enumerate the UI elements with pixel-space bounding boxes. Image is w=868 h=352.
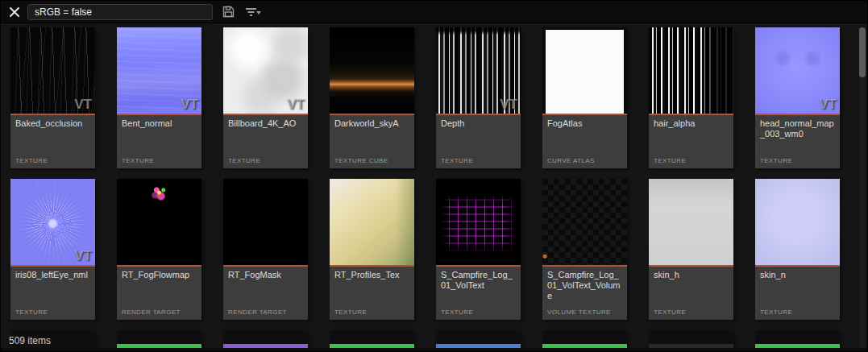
rt-profiles-thumbnail [330,179,414,265]
asset-type: TEXTURE [760,157,792,164]
filter-icon[interactable] [243,4,263,20]
asset-name: Bent_normal [117,115,201,129]
virtual-texture-badge: VT [287,97,305,113]
asset-name: Darkworld_skyA [330,115,414,129]
window-bottom-edge [1,348,867,351]
campfire-voltext-thumbnail [436,179,521,265]
asset-meta: RT_Profiles_TexTEXTURE [330,267,414,320]
iris-normal-thumbnail: VT [10,179,95,265]
virtual-texture-badge: VT [74,248,92,264]
asset-tile[interactable]: FogAtlasCURVE ATLAS [542,27,627,168]
baked-occlusion-thumbnail: VT [10,27,95,114]
asset-type: TEXTURE [15,157,48,164]
asset-meta: FogAtlasCURVE ATLAS [542,115,627,168]
darkworld-sky-thumbnail [330,27,414,114]
rt-fogmask-thumbnail [223,179,308,265]
asset-name: S_Campfire_Log_01_VolText_Volume [542,267,627,301]
asset-meta: S_Campfire_Log_01_VolTextTEXTURE [436,267,521,320]
asset-meta: iris08_leftEye_nmlTEXTURE [10,267,95,320]
asset-meta: Baked_occlusionTEXTURE [10,115,95,168]
asset-tile[interactable]: RT_Profiles_TexTEXTURE [330,179,414,320]
asset-meta: DepthTEXTURE [436,115,521,168]
asset-type: TEXTURE [654,309,686,316]
asset-type: TEXTURE [760,309,792,316]
rt-fogflowmap-thumbnail [117,179,201,265]
virtual-texture-badge: VT [74,97,92,113]
asset-tile[interactable]: VTiris08_leftEye_nmlTEXTURE [10,179,95,320]
asset-tile[interactable]: skin_hTEXTURE [649,179,733,320]
asset-type: TEXTURE [441,309,473,316]
asset-type: TEXTURE [15,309,48,316]
asset-type: CURVE ATLAS [547,157,595,164]
scrollbar-thumb[interactable] [859,27,866,77]
bent-normal-thumbnail: VT [117,27,201,114]
skin-normal-thumbnail [755,179,840,265]
close-icon[interactable] [7,5,22,19]
asset-grid: VTBaked_occlusionTEXTUREVTBent_normalTEX… [1,23,867,351]
asset-type: TEXTURE [228,157,260,164]
fog-atlas-thumbnail [542,27,627,114]
asset-tile[interactable]: S_Campfire_Log_01_VolTextTEXTURE [436,179,521,320]
asset-name: RT_FogFlowmap [117,267,201,280]
asset-tile[interactable]: RT_FogMaskRENDER TARGET [223,179,308,320]
asset-tile[interactable]: S_Campfire_Log_01_VolText_VolumeVOLUME T… [542,179,627,320]
asset-meta: skin_hTEXTURE [649,267,733,320]
asset-name: Baked_occlusion [10,115,95,129]
save-search-icon[interactable] [218,4,238,20]
asset-meta: RT_FogFlowmapRENDER TARGET [117,267,201,320]
skin-height-thumbnail [649,179,733,265]
asset-tile[interactable]: RT_FogFlowmapRENDER TARGET [117,179,201,320]
asset-type: TEXTURE [122,157,154,164]
virtual-texture-badge: VT [500,97,517,113]
virtual-texture-badge: VT [819,97,837,113]
asset-tile[interactable]: VTBaked_occlusionTEXTURE [10,27,95,168]
asset-type: TEXTURE CUBE [334,157,388,164]
head-normal-thumbnail: VT [755,27,840,114]
asset-type: TEXTURE [654,157,686,164]
asset-name: head_normal_map_003_wm0 [755,115,840,139]
asset-name: iris08_leftEye_nml [10,267,95,280]
asset-meta: Bent_normalTEXTURE [117,115,201,168]
asset-type: TEXTURE [441,157,473,164]
status-bar: 509 items [9,335,51,346]
hair-alpha-thumbnail [649,27,733,114]
asset-grid-area: VTBaked_occlusionTEXTUREVTBent_normalTEX… [1,23,867,351]
asset-meta: S_Campfire_Log_01_VolText_VolumeVOLUME T… [542,267,627,320]
content-browser-window: VTBaked_occlusionTEXTUREVTBent_normalTEX… [0,0,868,352]
asset-name: Depth [436,115,521,129]
asset-tile[interactable]: VThead_normal_map_003_wm0TEXTURE [755,27,840,168]
depth-thumbnail: VT [436,27,521,114]
asset-tile[interactable]: Darkworld_skyATEXTURE CUBE [330,27,414,168]
asset-tile[interactable]: skin_nTEXTURE [755,179,840,320]
asset-name: hair_alpha [649,115,733,129]
asset-meta: hair_alphaTEXTURE [649,115,733,168]
asset-name: S_Campfire_Log_01_VolText [436,267,521,291]
asset-name: RT_Profiles_Tex [330,267,414,280]
asset-tile[interactable]: VTBent_normalTEXTURE [117,27,201,168]
asset-tile[interactable]: hair_alphaTEXTURE [649,27,733,168]
vertical-scrollbar[interactable] [859,27,866,348]
items-count: 509 items [9,335,51,346]
filter-search-bar [1,1,867,23]
asset-type: RENDER TARGET [122,309,181,316]
asset-name: skin_n [755,267,840,280]
asset-name: FogAtlas [542,115,627,129]
asset-name: Billboard_4K_AO [223,115,308,129]
asset-meta: Darkworld_skyATEXTURE CUBE [330,115,414,168]
asset-tile[interactable]: VTBillboard_4K_AOTEXTURE [223,27,308,168]
asset-meta: head_normal_map_003_wm0TEXTURE [755,115,840,168]
asset-type: RENDER TARGET [228,309,287,316]
asset-name: RT_FogMask [223,267,308,280]
billboard-ao-thumbnail: VT [223,27,308,114]
asset-meta: RT_FogMaskRENDER TARGET [223,267,308,320]
asset-type: VOLUME TEXTURE [547,309,611,316]
asset-type: TEXTURE [334,309,367,316]
asset-tile[interactable]: VTDepthTEXTURE [436,27,521,168]
virtual-texture-badge: VT [181,97,198,113]
search-input[interactable] [27,4,213,20]
asset-name: skin_h [649,267,733,280]
asset-meta: skin_nTEXTURE [755,267,840,320]
asset-meta: Billboard_4K_AOTEXTURE [223,115,308,168]
campfire-volume-thumbnail [542,179,627,265]
